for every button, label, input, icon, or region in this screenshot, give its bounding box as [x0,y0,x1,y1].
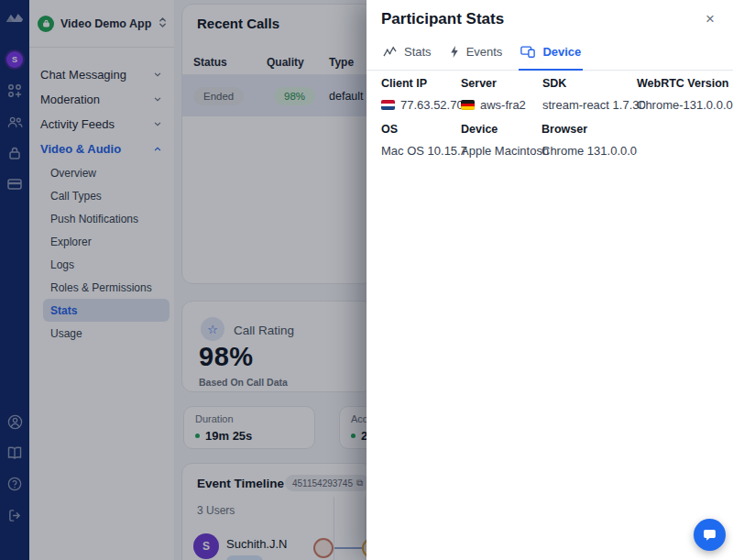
app-window: S [0,0,733,560]
field-browser: Browser Chrome 131.0.0.0 [542,123,637,158]
chat-bubble-icon [703,528,717,542]
tab-label: Stats [404,45,432,59]
field-webrtc-version: WebRTC Version Chrome-131.0.0.0 [637,77,733,112]
device-icon [520,46,535,58]
field-device: Device Apple Macintosh [461,123,549,158]
field-value: stream-react 1.7.30 [542,98,646,112]
field-value: 77.63.52.70 [400,98,464,112]
field-client-ip: Client IP 77.63.52.70 [381,77,464,112]
field-value: Mac OS 10.15.7 [381,144,467,158]
field-value: Chrome 131.0.0.0 [542,144,637,158]
field-value: Chrome-131.0.0.0 [637,98,733,112]
tab-stats[interactable]: Stats [381,37,433,71]
field-value: Apple Macintosh [461,144,549,158]
field-label: SDK [542,77,646,90]
tab-device[interactable]: Device [519,37,583,71]
tab-events[interactable]: Events [448,37,505,71]
tab-label: Events [466,45,503,59]
lightning-icon [450,46,459,58]
field-server: Server aws-fra2 [461,77,526,112]
chat-launcher-button[interactable] [694,519,726,551]
field-sdk: SDK stream-react 1.7.30 [542,77,646,112]
tab-label: Device [542,45,581,59]
field-os: OS Mac OS 10.15.7 [381,123,467,158]
stats-chart-icon [383,46,397,58]
field-label: WebRTC Version [637,77,733,90]
field-label: OS [381,123,467,136]
drawer-tabs: Stats Events Device [366,37,733,71]
germany-flag-icon [461,100,475,110]
drawer-title: Participant Stats [381,10,504,28]
netherlands-flag-icon [381,100,395,110]
field-label: Browser [542,123,637,136]
field-label: Device [461,123,549,136]
field-label: Client IP [381,77,464,90]
field-label: Server [461,77,526,90]
participant-stats-drawer: Participant Stats × Stats Events Device … [366,0,733,560]
field-value: aws-fra2 [480,98,526,112]
close-icon[interactable]: × [700,9,720,29]
